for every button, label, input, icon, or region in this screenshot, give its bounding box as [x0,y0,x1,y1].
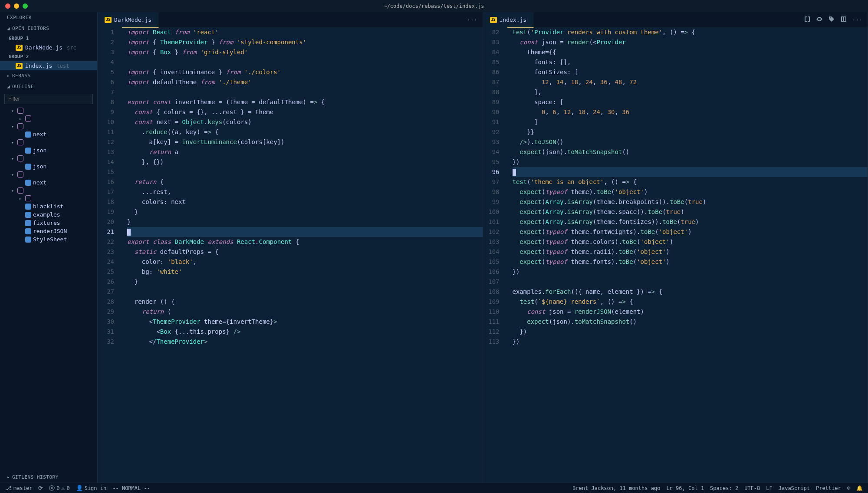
outline-item[interactable]: ▾ [0,107,97,115]
open-editors-label: OPEN EDITORS [12,26,49,31]
js-icon: JS [16,45,23,51]
variable-symbol-icon [25,164,31,170]
git-branch[interactable]: ⎇ master [5,485,32,491]
gitlens-header[interactable]: ▸ GITLENS HISTORY [0,472,97,483]
cursor-position[interactable]: Ln 96, Col 1 [666,485,704,491]
tab-label: index.js [500,16,527,23]
variable-symbol-icon [25,148,31,154]
open-editor-file-2[interactable]: JS index.js test [0,61,97,70]
function-symbol-icon [17,139,23,145]
outline-filter-input[interactable] [4,94,93,104]
diff-icon[interactable] [804,16,811,24]
outline-item[interactable]: examples [0,210,97,219]
statusbar: ⎇ master ⟳ ⓧ 0 ⚠ 0 👤 Sign in -- NORMAL -… [0,483,868,493]
code-editor-left[interactable]: 1234567891011121314151617181920212223242… [98,27,483,483]
function-symbol-icon [25,195,31,201]
outline-item[interactable]: ▾ [0,122,97,130]
chevron-icon: ▾ [11,156,16,161]
error-icon: ⓧ [49,484,55,492]
vim-mode: -- NORMAL -- [112,485,150,491]
tag-icon[interactable] [828,16,835,24]
user-icon: 👤 [76,485,83,491]
tab-bar-left: JS DarkMode.js ··· [98,12,483,27]
function-symbol-icon [17,171,23,177]
chevron-icon: ▸ [19,116,23,121]
editor-actions-right: ··· [799,12,868,27]
chevron-right-icon: ▸ [7,73,10,79]
bell-icon[interactable]: 🔔 [856,485,863,491]
tab-darkmode[interactable]: JS DarkMode.js [98,12,159,28]
minimize-window-button[interactable] [14,3,19,9]
warning-icon: ⚠ [62,485,65,491]
window-title: ~/code/docs/rebass/test/index.js [384,3,484,9]
prettier-status[interactable]: Prettier [816,485,841,491]
indent-status[interactable]: Spaces: 2 [710,485,738,491]
outline-item[interactable]: ▾ [0,154,97,162]
explorer-header[interactable]: EXPLORER [0,12,97,23]
eye-icon[interactable] [816,16,823,24]
outline-label: next [33,179,46,186]
outline-label: json [33,163,46,170]
outline-item[interactable]: fixtures [0,219,97,227]
rebass-header[interactable]: ▸ REBASS [0,70,97,81]
variable-symbol-icon [25,212,31,218]
outline-item[interactable]: StyleSheet [0,235,97,243]
outline-item[interactable]: json [0,162,97,171]
outline-item[interactable]: next [0,178,97,187]
language-status[interactable]: JavaScript [779,485,810,491]
file-path: src [67,45,76,51]
variable-symbol-icon [25,180,31,186]
open-editors-header[interactable]: ◢ OPEN EDITORS [0,23,97,34]
eol-status[interactable]: LF [766,485,772,491]
split-icon[interactable] [840,16,847,24]
close-window-button[interactable] [5,3,10,9]
errors-status[interactable]: ⓧ 0 ⚠ 0 [49,484,69,492]
outline-label: blacklist [33,203,63,210]
more-actions-icon[interactable]: ··· [852,16,862,23]
chevron-icon: ▾ [11,108,16,113]
explorer-label: EXPLORER [7,15,32,20]
outline-item[interactable]: next [0,130,97,138]
outline-header[interactable]: ◢ OUTLINE [0,81,97,92]
more-actions-icon[interactable]: ··· [467,16,477,23]
chevron-icon: ▾ [11,140,16,145]
chevron-icon: ▸ [19,196,23,201]
encoding-status[interactable]: UTF-8 [744,485,760,491]
group-2-label: GROUP 2 [0,52,97,61]
outline-item[interactable]: ▾ [0,171,97,178]
outline-item[interactable]: ▾ [0,138,97,146]
git-blame[interactable]: Brent Jackson, 11 months ago [572,485,660,491]
tab-label: DarkMode.js [114,16,151,23]
outline-label: next [33,131,46,138]
function-symbol-icon [17,108,23,114]
outline-item[interactable]: renderJSON [0,227,97,235]
outline-item[interactable]: blacklist [0,202,97,210]
variable-symbol-icon [25,220,31,226]
js-icon: JS [105,17,112,23]
file-name: DarkMode.js [25,44,62,51]
sync-icon: ⟳ [38,485,43,491]
outline-item[interactable]: ▾ [0,187,97,194]
sync-button[interactable]: ⟳ [38,485,43,491]
file-path: test [57,63,69,69]
js-icon: JS [490,17,497,23]
chevron-icon: ▾ [11,188,16,193]
tab-index[interactable]: JS index.js [483,12,534,28]
code-editor-right[interactable]: 8283848586878889909192939495969798991001… [483,27,868,483]
outline-item[interactable]: ▸ [0,115,97,122]
chevron-icon: ▾ [11,124,16,129]
variable-symbol-icon [25,204,31,210]
function-symbol-icon [25,115,31,122]
rebass-label: REBASS [12,73,31,79]
zoom-window-button[interactable] [23,3,28,9]
tab-bar-right: JS index.js [483,12,868,27]
chevron-icon: ▾ [11,172,16,177]
variable-symbol-icon [25,131,31,138]
chevron-right-icon: ▸ [7,474,10,480]
outline-item[interactable]: json [0,146,97,154]
feedback-icon[interactable]: ☺ [847,485,850,491]
outline-item[interactable]: ▸ [0,194,97,202]
open-editor-file-1[interactable]: JS DarkMode.js src [0,43,97,52]
signin-button[interactable]: 👤 Sign in [76,485,107,491]
gitlens-label: GITLENS HISTORY [12,474,59,480]
